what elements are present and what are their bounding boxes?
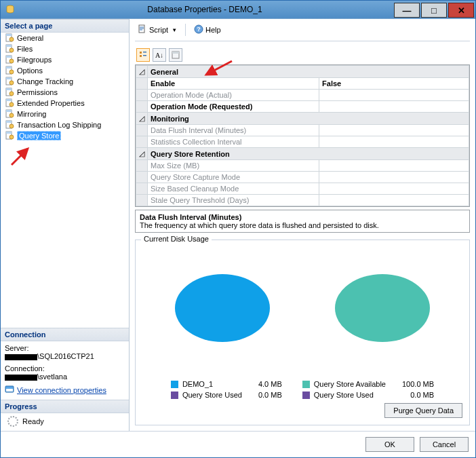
properties-icon <box>5 385 14 396</box>
desc-text: The frequency at which query store data … <box>140 221 465 229</box>
svg-rect-42 <box>172 52 179 54</box>
prop-capture-mode[interactable]: Query Store Capture Mode <box>148 172 319 183</box>
svg-rect-37 <box>140 52 142 54</box>
database-icon <box>5 4 16 15</box>
page-label: Change Tracking <box>17 77 73 85</box>
legend-item: Query Store Available100.0 MB <box>302 380 434 388</box>
svg-rect-11 <box>6 66 12 69</box>
progress-status: Ready <box>22 417 44 425</box>
prop-stale[interactable]: Stale Query Threshold (Days) <box>148 195 319 206</box>
svg-point-30 <box>9 135 14 139</box>
prop-cleanup-mode[interactable]: Size Based Cleanup Mode <box>148 183 319 195</box>
view-connection-link[interactable]: View connection properties <box>17 386 106 394</box>
script-icon <box>138 24 147 35</box>
page-item-change-tracking[interactable]: Change Tracking <box>3 76 126 87</box>
svg-rect-14 <box>6 77 12 79</box>
svg-rect-17 <box>6 88 12 90</box>
page-item-files[interactable]: Files <box>3 43 126 54</box>
page-icon <box>5 120 14 130</box>
legend-value: 0.0 MB <box>246 391 282 399</box>
prop-enable[interactable]: Enable <box>148 78 319 90</box>
legend-value: 4.0 MB <box>246 380 282 388</box>
charts <box>142 246 462 377</box>
maximize-button[interactable]: □ <box>421 3 447 18</box>
prop-stats[interactable]: Statistics Collection Interval <box>148 136 319 148</box>
legend-value: 0.0 MB <box>398 391 434 399</box>
svg-rect-20 <box>6 99 12 101</box>
pie-chart-demo1 <box>175 274 270 349</box>
page-item-permissions[interactable]: Permissions <box>3 87 126 98</box>
svg-rect-23 <box>6 110 12 112</box>
prop-max-size[interactable]: Max Size (MB) <box>148 160 319 172</box>
collapse-icon[interactable]: ◿ <box>136 113 148 125</box>
svg-point-12 <box>9 70 14 74</box>
collapse-icon[interactable]: ◿ <box>136 66 148 78</box>
redacted <box>5 354 37 360</box>
dialog-body: Select a page GeneralFilesFilegroupsOpti… <box>1 18 475 431</box>
legend-item: DEMO_14.0 MB <box>171 380 282 388</box>
page-item-general[interactable]: General <box>3 33 126 43</box>
svg-rect-40 <box>143 55 146 56</box>
page-label: Options <box>17 66 43 75</box>
page-item-extended-properties[interactable]: Extended Properties <box>3 98 126 109</box>
cancel-button[interactable]: Cancel <box>420 437 469 452</box>
page-icon <box>5 109 14 119</box>
legend-label: Query Store Available <box>314 380 386 388</box>
alphabetical-icon[interactable]: A↓ <box>153 48 166 62</box>
property-grid-toolbar: A↓ <box>135 48 470 62</box>
svg-rect-2 <box>6 34 12 36</box>
ok-button[interactable]: OK <box>365 437 414 452</box>
page-item-mirroring[interactable]: Mirroring <box>3 109 126 119</box>
help-button[interactable]: ? Help <box>191 23 224 37</box>
page-icon <box>5 131 14 140</box>
script-button[interactable]: Script ▼ <box>135 23 180 37</box>
property-description: Data Flush Interval (Minutes) The freque… <box>135 210 470 233</box>
page-item-transaction-log-shipping[interactable]: Transaction Log Shipping <box>3 119 126 130</box>
svg-point-15 <box>9 81 14 85</box>
property-grid[interactable]: ◿General EnableFalse Operation Mode (Act… <box>135 64 470 207</box>
server-label: Server: <box>5 344 125 352</box>
page-label: Filegroups <box>17 56 52 64</box>
progress-header: Progress <box>1 400 129 413</box>
select-page-header: Select a page <box>1 19 129 33</box>
purge-query-data-button[interactable]: Purge Query Data <box>384 403 462 418</box>
page-label: Extended Properties <box>17 99 85 107</box>
page-item-options[interactable]: Options <box>3 65 126 76</box>
legend-item: Query Store Used0.0 MB <box>171 391 282 399</box>
page-label: Mirroring <box>17 110 46 118</box>
prop-flush[interactable]: Data Flush Interval (Minutes) <box>148 125 319 136</box>
page-label: General <box>17 34 43 42</box>
close-button[interactable]: ✕ <box>448 3 474 18</box>
svg-rect-29 <box>6 132 12 134</box>
svg-point-18 <box>9 92 14 96</box>
connection-header: Connection <box>1 328 129 341</box>
minimize-button[interactable]: — <box>394 3 420 18</box>
swatch <box>171 392 178 399</box>
properties-pane-icon[interactable] <box>169 48 182 62</box>
page-icon <box>5 88 14 97</box>
page-item-filegroups[interactable]: Filegroups <box>3 54 126 65</box>
collapse-icon[interactable]: ◿ <box>136 148 148 160</box>
page-icon <box>5 44 14 54</box>
connection-value: \svetlana <box>5 373 125 381</box>
page-item-query-store[interactable]: Query Store <box>3 130 126 141</box>
svg-rect-39 <box>143 52 146 53</box>
group-title: Current Disk Usage <box>141 235 212 243</box>
prop-op-actual[interactable]: Operation Mode (Actual) <box>148 90 319 101</box>
page-icon <box>5 66 14 75</box>
prop-enable-value[interactable]: False <box>319 78 469 90</box>
left-panel: Select a page GeneralFilesFilegroupsOpti… <box>1 19 130 431</box>
help-icon: ? <box>194 24 203 35</box>
page-label: Query Store <box>17 131 61 140</box>
legend-label: Query Store Used <box>314 391 374 399</box>
view-connection-properties[interactable]: View connection properties <box>5 385 125 396</box>
prop-op-requested[interactable]: Operation Mode (Requested) <box>148 101 319 113</box>
connection-box: Server: \SQL2016CTP21 Connection: \svetl… <box>1 341 129 400</box>
page-icon <box>5 98 14 108</box>
svg-rect-26 <box>6 121 12 123</box>
categorized-icon[interactable] <box>136 48 150 62</box>
svg-rect-8 <box>6 56 12 58</box>
svg-point-9 <box>9 59 14 63</box>
disk-usage-group: Current Disk Usage DEMO_14.0 MBQuery Sto… <box>135 240 470 425</box>
page-list: GeneralFilesFilegroupsOptionsChange Trac… <box>1 33 129 145</box>
